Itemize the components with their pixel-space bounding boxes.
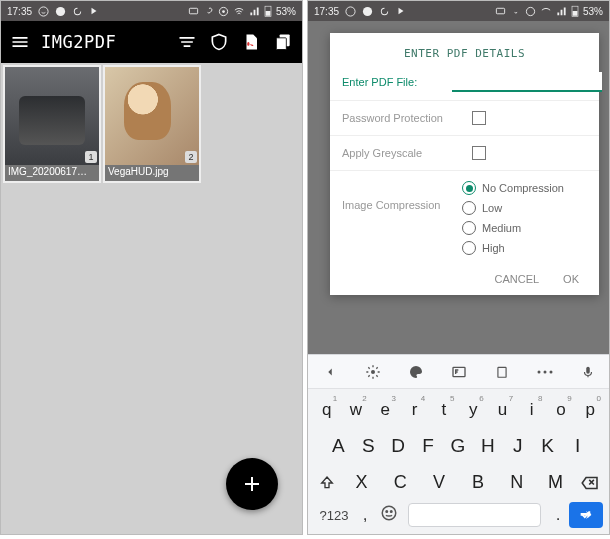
compression-high[interactable]: High: [462, 241, 564, 255]
facebook-icon: [55, 6, 66, 17]
key-v[interactable]: V: [420, 467, 459, 498]
keyboard-row-3: X C V B N M: [310, 465, 607, 500]
wifi-icon: [540, 6, 552, 17]
signal-icon: [556, 6, 567, 17]
key-j[interactable]: J: [503, 430, 533, 462]
key-s[interactable]: S: [354, 430, 384, 462]
key-b[interactable]: B: [458, 467, 497, 498]
wifi-icon: [233, 6, 245, 17]
key-p[interactable]: 0p: [576, 395, 605, 425]
phone-right: 17:35 53% ENTER PDF DETAILS Enter PDF Fi…: [307, 0, 610, 535]
sort-icon[interactable]: [176, 31, 198, 53]
facebook-icon: [362, 6, 373, 17]
enter-key[interactable]: [569, 502, 603, 528]
key-o[interactable]: 9o: [546, 395, 575, 425]
pdf-icon[interactable]: [240, 31, 262, 53]
comma-key[interactable]: ,: [354, 505, 376, 525]
key-a[interactable]: A: [324, 430, 354, 462]
play-icon: [396, 6, 406, 16]
play-icon: [89, 6, 99, 16]
status-battery: 53%: [276, 6, 296, 17]
thumb-badge: 2: [185, 151, 197, 163]
key-m[interactable]: M: [536, 467, 575, 498]
svg-point-22: [382, 506, 396, 520]
status-battery: 53%: [583, 6, 603, 17]
key-d[interactable]: D: [384, 430, 414, 462]
compression-low[interactable]: Low: [462, 201, 564, 215]
copy-icon[interactable]: [272, 31, 294, 53]
key-e[interactable]: 3e: [371, 395, 400, 425]
compression-medium[interactable]: Medium: [462, 221, 564, 235]
dialog-title: ENTER PDF DETAILS: [330, 43, 599, 70]
svg-rect-8: [276, 38, 286, 50]
key-g[interactable]: G: [444, 430, 474, 462]
key-f[interactable]: F: [414, 430, 444, 462]
svg-rect-2: [189, 8, 197, 13]
key-q[interactable]: 1q: [312, 395, 341, 425]
kbd-mic-icon[interactable]: [578, 362, 598, 382]
backspace-key[interactable]: [575, 476, 605, 490]
status-bar: 17:35 53%: [1, 1, 302, 21]
key-y[interactable]: 6y: [458, 395, 487, 425]
shift-key[interactable]: [312, 475, 342, 491]
period-key[interactable]: .: [547, 505, 569, 525]
kbd-clipboard-icon[interactable]: [492, 362, 512, 382]
ok-button[interactable]: OK: [563, 273, 579, 285]
key-c[interactable]: C: [381, 467, 420, 498]
cast-icon: [188, 6, 199, 17]
kbd-more-icon[interactable]: [535, 362, 555, 382]
volume-icon: [525, 6, 536, 17]
keyboard-row-1: 1q 2w 3e 4r 5t 6y 7u 8i 9o 0p: [310, 393, 607, 427]
thumbnail[interactable]: 1 IMG_20200617…: [3, 65, 101, 183]
key-u[interactable]: 7u: [488, 395, 517, 425]
svg-point-1: [56, 6, 65, 15]
compression-label: Image Compression: [342, 181, 452, 211]
cancel-button[interactable]: CANCEL: [494, 273, 539, 285]
space-key[interactable]: [408, 503, 541, 527]
kbd-text-icon[interactable]: [449, 362, 469, 382]
key-t[interactable]: 5t: [429, 395, 458, 425]
emoji-key[interactable]: [376, 504, 402, 526]
password-checkbox[interactable]: [472, 111, 486, 125]
cast-icon: [495, 6, 506, 17]
svg-point-10: [363, 6, 372, 15]
key-i[interactable]: 8i: [517, 395, 546, 425]
keyboard-toolbar: [308, 355, 609, 389]
add-fab[interactable]: [226, 458, 278, 510]
pdf-filename-input[interactable]: [452, 72, 602, 92]
link-icon: [203, 6, 214, 17]
key-r[interactable]: 4r: [400, 395, 429, 425]
phone-left: 17:35 53% IMG2PDF: [0, 0, 303, 535]
symbols-key[interactable]: ?123: [314, 508, 354, 523]
svg-point-0: [39, 6, 48, 15]
svg-point-12: [526, 7, 534, 15]
svg-point-19: [543, 370, 546, 373]
battery-icon: [571, 5, 579, 17]
svg-point-23: [386, 511, 388, 513]
svg-point-9: [346, 6, 355, 15]
link-icon: [510, 6, 521, 17]
key-h[interactable]: H: [473, 430, 503, 462]
signal-icon: [249, 6, 260, 17]
key-k[interactable]: K: [533, 430, 563, 462]
greyscale-checkbox[interactable]: [472, 146, 486, 160]
battery-icon: [264, 5, 272, 17]
shield-icon[interactable]: [208, 31, 230, 53]
compression-none[interactable]: No Compression: [462, 181, 564, 195]
svg-rect-6: [266, 11, 271, 16]
svg-rect-11: [496, 8, 504, 13]
svg-point-20: [549, 370, 552, 373]
file-label: Enter PDF File:: [342, 76, 452, 88]
kbd-back-icon[interactable]: [320, 362, 340, 382]
svg-rect-21: [586, 366, 590, 373]
thumbnail[interactable]: 2 VegaHUD.jpg: [103, 65, 201, 183]
menu-icon[interactable]: [9, 31, 31, 53]
kbd-settings-icon[interactable]: [363, 362, 383, 382]
svg-rect-14: [573, 11, 578, 16]
key-l[interactable]: I: [563, 430, 593, 462]
kbd-palette-icon[interactable]: [406, 362, 426, 382]
key-w[interactable]: 2w: [341, 395, 370, 425]
volume-icon: [218, 6, 229, 17]
key-x[interactable]: X: [342, 467, 381, 498]
key-n[interactable]: N: [497, 467, 536, 498]
